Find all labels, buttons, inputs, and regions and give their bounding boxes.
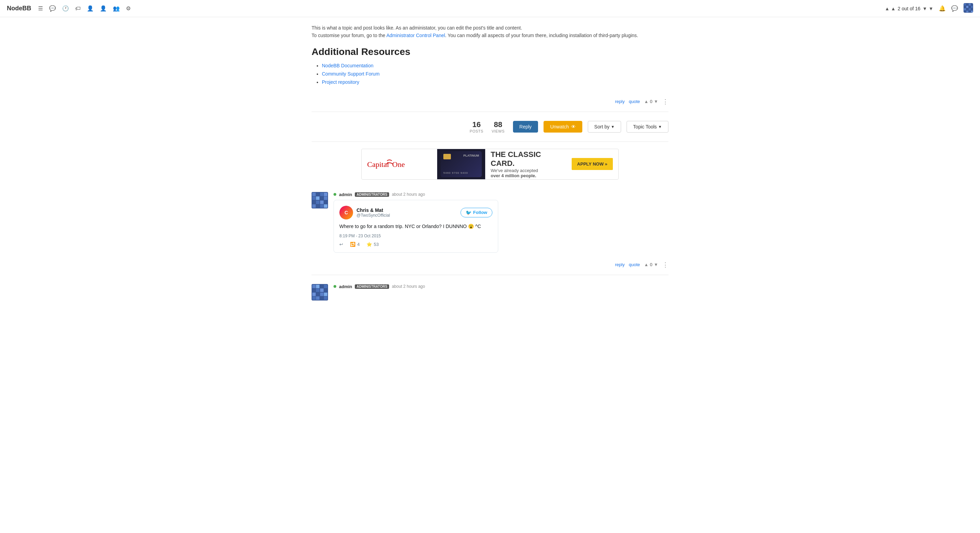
retweet-count: 4 xyxy=(357,242,360,247)
tags-icon[interactable]: 🏷 xyxy=(75,5,81,12)
downvote-btn-second[interactable]: ▼ xyxy=(654,262,658,267)
admin-control-panel-link[interactable]: Administrator Control Panel xyxy=(387,33,445,38)
nav-pager-arrows: ▲ ▲ xyxy=(885,6,896,11)
pager-text: 2 out of 16 xyxy=(898,6,920,11)
vote-area-second: ▲ 0 ▼ xyxy=(644,262,658,267)
svg-rect-24 xyxy=(312,196,316,200)
list-item: Project repository xyxy=(322,79,668,85)
svg-rect-44 xyxy=(324,289,327,292)
tweet-reply-action[interactable]: ↩ xyxy=(339,242,343,247)
groups-icon[interactable]: 👥 xyxy=(113,5,120,12)
admin-icon[interactable]: ⚙ xyxy=(126,5,131,12)
post-username-2[interactable]: admin xyxy=(339,284,352,289)
project-repo-link[interactable]: Project repository xyxy=(322,79,359,85)
svg-rect-8 xyxy=(971,6,973,8)
avatar-image-2 xyxy=(312,284,328,300)
upvote-btn-second[interactable]: ▲ xyxy=(644,262,649,267)
recent-icon[interactable]: 🕐 xyxy=(62,5,69,12)
unwatch-button[interactable]: Unwatch 👁 xyxy=(544,121,582,132)
follow-label: Follow xyxy=(473,210,487,215)
more-options-btn-second[interactable]: ⋮ xyxy=(662,261,668,268)
topic-tools-button[interactable]: Topic Tools ▼ xyxy=(627,121,668,132)
intro-line2: To customise your forum, go to the Admin… xyxy=(312,32,668,39)
chat-icon[interactable]: 💬 xyxy=(951,5,958,12)
reply-button[interactable]: Reply xyxy=(513,121,538,132)
sort-by-button[interactable]: Sort by ▼ xyxy=(588,121,621,132)
ad-subtitle-prefix: We've already accepted xyxy=(491,168,538,173)
tweet-card: C Chris & Mat @TwoSyncOfficial 🐦 Follow … xyxy=(334,200,498,253)
resource-list: NodeBB Documentation Community Support F… xyxy=(312,63,668,85)
post-meta-1: admin ADMINISTRATORS about 2 hours ago xyxy=(334,192,668,197)
posts-count: 16 xyxy=(472,120,480,129)
ad-banner: Capital One PLATINUM 5460 9700 9400 THE … xyxy=(361,149,619,180)
list-item: NodeBB Documentation xyxy=(322,63,668,69)
pager-up-icon[interactable]: ▲ xyxy=(885,6,889,11)
capital-one-logo-svg: Capital One xyxy=(367,157,412,171)
users-icon[interactable]: 👤 xyxy=(100,5,107,12)
post-entry-2: admin ADMINISTRATORS about 2 hours ago xyxy=(312,279,668,306)
tweet-author: C Chris & Mat @TwoSyncOfficial xyxy=(339,206,390,219)
svg-rect-43 xyxy=(320,289,324,292)
nav-pager: ▲ ▲ 2 out of 16 ▼ ▼ xyxy=(885,6,933,11)
svg-rect-21 xyxy=(316,193,320,196)
pager-next-icon[interactable]: ▼ xyxy=(922,6,927,11)
vote-count-second: 0 xyxy=(650,262,652,267)
ad-subtitle-strong: over 4 million people. xyxy=(491,173,536,178)
svg-rect-12 xyxy=(971,8,973,10)
ad-content: THE CLASSIC CARD. We've already accepted… xyxy=(485,149,566,180)
svg-rect-28 xyxy=(312,201,316,204)
upvote-btn-first[interactable]: ▲ xyxy=(644,99,649,104)
tweet-like-action[interactable]: ⭐ 53 xyxy=(366,242,379,247)
svg-rect-2 xyxy=(966,3,968,5)
tweet-follow-button[interactable]: 🐦 Follow xyxy=(460,208,492,217)
bell-icon[interactable]: 🔔 xyxy=(939,5,946,12)
notifications-unread-icon[interactable]: 💬 xyxy=(49,5,56,12)
svg-rect-29 xyxy=(316,201,320,204)
svg-rect-1 xyxy=(964,3,966,5)
main-content: This is what a topic and post looks like… xyxy=(301,17,679,313)
views-label: VIEWS xyxy=(492,129,505,133)
additional-resources-heading: Additional Resources xyxy=(312,46,668,57)
hamburger-icon[interactable]: ☰ xyxy=(38,5,43,12)
ad-apply-button[interactable]: APPLY NOW » xyxy=(572,158,613,170)
user-avatar[interactable] xyxy=(964,3,973,14)
reply-link-second[interactable]: reply xyxy=(615,262,625,267)
sort-by-dropdown-icon: ▼ xyxy=(611,124,614,129)
svg-rect-20 xyxy=(312,193,316,196)
svg-rect-34 xyxy=(320,204,324,208)
svg-rect-38 xyxy=(316,285,320,288)
divider-3 xyxy=(312,275,668,275)
topic-tools-dropdown-icon: ▼ xyxy=(658,124,662,129)
twitter-bird-icon: 🐦 xyxy=(466,210,471,215)
svg-rect-50 xyxy=(316,296,320,300)
svg-rect-49 xyxy=(312,296,316,300)
pager-down-icon[interactable]: ▼ xyxy=(929,6,933,11)
svg-rect-39 xyxy=(320,285,324,288)
svg-rect-14 xyxy=(966,11,968,12)
popular-icon[interactable]: 👤 xyxy=(87,5,94,12)
post-avatar-2 xyxy=(312,284,328,300)
post-meta-2: admin ADMINISTRATORS about 2 hours ago xyxy=(334,284,668,289)
reply-link-first[interactable]: reply xyxy=(615,99,625,104)
quote-link-second[interactable]: quote xyxy=(628,262,640,267)
nav-brand[interactable]: NodeBB xyxy=(7,5,31,12)
avatar-svg-1 xyxy=(312,192,328,209)
tweet-author-info: Chris & Mat @TwoSyncOfficial xyxy=(356,207,390,218)
svg-rect-26 xyxy=(320,196,324,200)
downvote-btn-first[interactable]: ▼ xyxy=(654,99,658,104)
post-username-1[interactable]: admin xyxy=(339,192,352,197)
svg-rect-15 xyxy=(969,11,971,12)
more-options-btn-first[interactable]: ⋮ xyxy=(662,98,668,105)
avatar-image-1 xyxy=(312,192,328,209)
admin-badge-2: ADMINISTRATORS xyxy=(355,284,389,289)
svg-rect-30 xyxy=(320,201,324,204)
pager-prev-icon[interactable]: ▲ xyxy=(891,6,896,11)
nodebb-docs-link[interactable]: NodeBB Documentation xyxy=(322,63,373,69)
unwatch-label: Unwatch xyxy=(550,124,569,129)
quote-link-first[interactable]: quote xyxy=(628,99,640,104)
community-forum-link[interactable]: Community Support Forum xyxy=(322,71,380,77)
nav-icons: ☰ 💬 🕐 🏷 👤 👤 👥 ⚙ xyxy=(38,5,131,12)
intro-suffix: . You can modify all aspects of your for… xyxy=(445,33,638,38)
tweet-retweet-action[interactable]: 🔁 4 xyxy=(350,242,360,247)
svg-rect-37 xyxy=(312,285,316,288)
